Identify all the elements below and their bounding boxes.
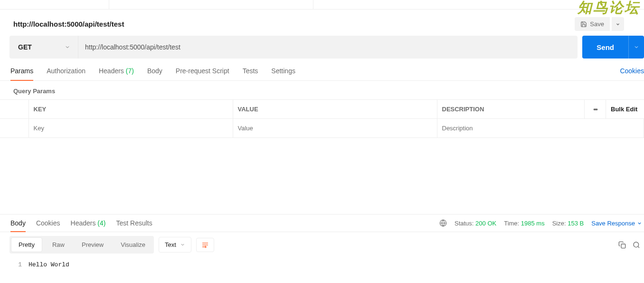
request-title: http://localhost:5000/api/test/test — [13, 20, 124, 28]
resp-headers-label: Headers — [71, 219, 96, 227]
url-row: GET Send — [0, 36, 644, 59]
params-table: KEY VALUE DESCRIPTION ••• Bulk Edit — [0, 99, 644, 138]
response-meta: Status: 200 OK Time: 1985 ms Size: 153 B… — [439, 219, 644, 232]
chevron-down-icon — [65, 44, 70, 50]
svg-rect-4 — [621, 244, 625, 248]
status-label: Status: — [455, 220, 474, 227]
method-select[interactable]: GET — [9, 36, 78, 59]
description-input[interactable] — [442, 125, 639, 132]
status-value: 200 OK — [475, 220, 496, 227]
value-header: VALUE — [233, 100, 437, 119]
save-icon — [580, 21, 587, 28]
key-header: KEY — [28, 100, 233, 119]
save-dropdown[interactable] — [612, 17, 624, 31]
globe-icon[interactable] — [439, 219, 447, 227]
code-line[interactable]: Hello World — [28, 261, 69, 268]
description-header: DESCRIPTION — [437, 100, 585, 119]
resp-tab-cookies[interactable]: Cookies — [36, 219, 60, 232]
resp-tab-tests[interactable]: Test Results — [116, 219, 152, 232]
chevron-down-icon — [634, 44, 639, 50]
tab-settings[interactable]: Settings — [271, 67, 295, 80]
request-tabs: Params Authorization Headers (7) Body Pr… — [0, 59, 644, 81]
view-visualize[interactable]: Visualize — [112, 236, 154, 254]
tab-authorization[interactable]: Authorization — [47, 67, 85, 80]
url-input[interactable] — [78, 36, 578, 59]
response-tabs: Body Cookies Headers (4) Test Results St… — [0, 215, 644, 232]
top-tabs-strip — [0, 0, 644, 10]
response-view-row: Pretty Raw Preview Visualize Text — [0, 232, 644, 257]
view-preview[interactable]: Preview — [73, 236, 112, 254]
search-icon[interactable] — [633, 241, 640, 249]
save-label: Save — [590, 20, 604, 28]
save-response-button[interactable]: Save Response — [591, 220, 642, 227]
headers-count: (7) — [126, 67, 134, 75]
query-params-label: Query Params — [0, 81, 644, 99]
cookies-link[interactable]: Cookies — [620, 67, 644, 80]
resp-headers-count: (4) — [97, 219, 105, 227]
save-button[interactable]: Save — [575, 17, 610, 31]
chevron-down-icon — [180, 242, 185, 247]
response-body: 1 Hello World — [0, 257, 644, 268]
more-options[interactable]: ••• — [585, 100, 606, 119]
send-button[interactable]: Send — [582, 36, 628, 59]
view-pretty[interactable]: Pretty — [11, 237, 42, 252]
bulk-edit-button[interactable]: Bulk Edit — [606, 100, 644, 119]
top-tab[interactable] — [209, 0, 313, 9]
checkbox-column — [0, 100, 28, 119]
wrap-lines-button[interactable] — [196, 238, 214, 252]
svg-line-6 — [638, 246, 639, 248]
method-label: GET — [18, 43, 32, 51]
tab-tests[interactable]: Tests — [243, 67, 258, 80]
time-value: 1985 ms — [521, 220, 545, 227]
tab-headers[interactable]: Headers (7) — [99, 67, 134, 80]
request-title-bar: http://localhost:5000/api/test/test Save — [0, 10, 644, 36]
response-panel: Body Cookies Headers (4) Test Results St… — [0, 214, 644, 283]
top-tab[interactable] — [5, 0, 109, 9]
view-mode-group: Pretty Raw Preview Visualize — [9, 236, 154, 254]
method-url-group: GET — [9, 36, 578, 59]
tab-body[interactable]: Body — [147, 67, 162, 80]
wrap-icon — [201, 242, 209, 248]
time-label: Time: — [504, 220, 519, 227]
key-input[interactable] — [34, 125, 228, 132]
tab-params[interactable]: Params — [10, 67, 33, 80]
table-row — [0, 119, 644, 138]
size-label: Size: — [552, 220, 566, 227]
size-value: 153 B — [568, 220, 584, 227]
line-number: 1 — [0, 261, 28, 268]
chevron-down-icon — [637, 221, 642, 226]
chevron-down-icon — [616, 22, 620, 27]
lang-label: Text — [165, 241, 176, 248]
tab-prerequest[interactable]: Pre-request Script — [176, 67, 229, 80]
tab-headers-label: Headers — [99, 67, 124, 75]
row-checkbox[interactable] — [0, 119, 28, 138]
value-input[interactable] — [238, 125, 432, 132]
table-header-row: KEY VALUE DESCRIPTION ••• Bulk Edit — [0, 100, 644, 119]
resp-tab-headers[interactable]: Headers (4) — [71, 219, 106, 232]
svg-point-5 — [634, 242, 639, 247]
lang-select[interactable]: Text — [159, 237, 191, 253]
send-dropdown[interactable] — [628, 36, 644, 59]
save-response-label: Save Response — [591, 220, 635, 227]
view-raw[interactable]: Raw — [44, 236, 73, 254]
copy-icon[interactable] — [618, 241, 626, 249]
resp-tab-body[interactable]: Body — [10, 219, 26, 232]
